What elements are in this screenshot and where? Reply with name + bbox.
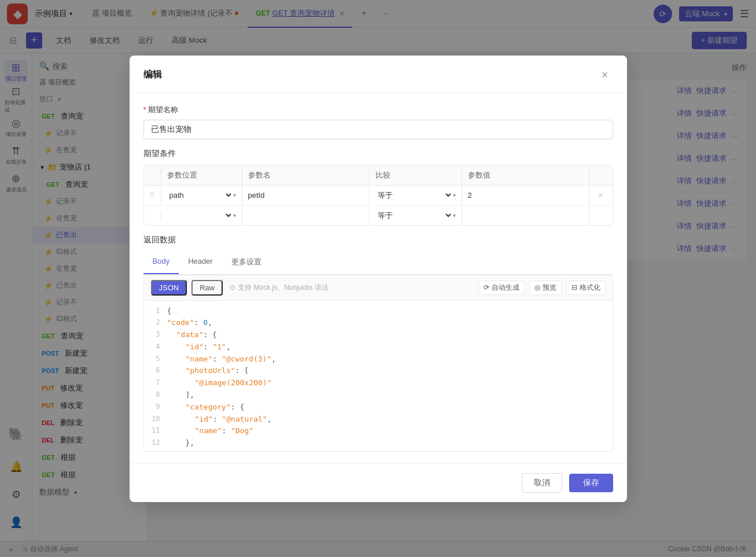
code-line-7: 7 "@image(200x200)" bbox=[144, 377, 613, 389]
tab-header[interactable]: Header bbox=[179, 251, 222, 274]
code-editor[interactable]: 1 { 2 "code": 0, 3 "data": { 4 "id": "1"… bbox=[144, 301, 613, 451]
modal-title: 编辑 bbox=[143, 69, 162, 81]
compare-dropdown-icon-2: ▾ bbox=[453, 212, 456, 219]
compare-col-header: 比较 bbox=[370, 165, 462, 185]
compare-dropdown-icon: ▾ bbox=[453, 192, 456, 198]
format-icon: ⊟ bbox=[571, 283, 577, 292]
modal-footer: 取消 保存 bbox=[130, 463, 627, 502]
position-col-header: 参数位置 bbox=[161, 165, 242, 185]
json-toolbar: JSON Raw ⊙ 支持 Mock.js、Nunjucks 语法 ⟳ 自动生成… bbox=[144, 275, 613, 301]
conditions-header: 参数位置 参数名 比较 参数值 bbox=[144, 165, 613, 186]
return-data-tabs: Body Header 更多设置 bbox=[143, 251, 613, 275]
position-cell-1: path query body header ▾ bbox=[161, 186, 242, 205]
conditions-section-title: 期望条件 bbox=[143, 149, 613, 159]
compare-select-2[interactable]: 等于 不等于 bbox=[375, 211, 453, 220]
auto-gen-icon: ⟳ bbox=[484, 283, 489, 292]
position-select-2[interactable]: path query bbox=[167, 211, 233, 220]
code-line-11: 11 "name": "Dog" bbox=[144, 425, 613, 437]
name-input-1[interactable] bbox=[248, 191, 363, 200]
condition-row-1: ⠿ path query body header ▾ bbox=[144, 186, 613, 206]
position-select-1[interactable]: path query body header bbox=[167, 190, 233, 200]
condition-row-2: path query ▾ 等于 不等于 ▾ bbox=[144, 206, 613, 225]
raw-btn[interactable]: Raw bbox=[191, 280, 223, 296]
drag-handle-2[interactable] bbox=[144, 211, 161, 220]
preview-btn[interactable]: ◎ 预览 bbox=[529, 281, 562, 295]
modal-close-btn[interactable]: × bbox=[597, 67, 613, 83]
drag-handle[interactable]: ⠿ bbox=[144, 186, 161, 204]
code-line-8: 8 ], bbox=[144, 389, 613, 401]
action-col-header bbox=[589, 165, 613, 185]
json-actions: ⟳ 自动生成 ◎ 预览 ⊟ 格式化 bbox=[478, 281, 606, 295]
mock-hint: ⊙ 支持 Mock.js、Nunjucks 语法 bbox=[230, 283, 329, 293]
hint-icon: ⊙ bbox=[230, 283, 235, 292]
cancel-button[interactable]: 取消 bbox=[522, 473, 562, 493]
position-dropdown-icon: ▾ bbox=[233, 192, 236, 198]
save-button[interactable]: 保存 bbox=[569, 474, 613, 492]
modal-overlay: 编辑 × * 期望名称 期望条件 参数位置 参数名 比较 bbox=[0, 0, 756, 557]
code-line-6: 6 "photoUrls": [ bbox=[144, 365, 613, 377]
code-line-1: 1 { bbox=[144, 305, 613, 318]
delete-condition-1[interactable]: × bbox=[598, 190, 603, 201]
code-line-2: 2 "code": 0, bbox=[144, 317, 613, 329]
action-cell-1: × bbox=[589, 186, 613, 205]
tab-more-settings[interactable]: 更多设置 bbox=[222, 251, 271, 274]
modal-body: * 期望名称 期望条件 参数位置 参数名 比较 参数值 bbox=[130, 93, 627, 463]
name-col-header: 参数名 bbox=[242, 165, 370, 185]
modal-header: 编辑 × bbox=[130, 56, 627, 93]
compare-select-1[interactable]: 等于 不等于 包含 bbox=[375, 190, 453, 200]
conditions-table: 参数位置 参数名 比较 参数值 ⠿ path query body header bbox=[143, 165, 613, 226]
value-col-header: 参数值 bbox=[462, 165, 589, 185]
compare-cell-2: 等于 不等于 ▾ bbox=[370, 206, 462, 225]
name-cell-2 bbox=[242, 206, 370, 224]
json-btn[interactable]: JSON bbox=[151, 280, 187, 296]
code-line-5: 5 "name": "@cword(3)", bbox=[144, 353, 613, 366]
value-cell-1 bbox=[462, 186, 589, 204]
name-input-2[interactable] bbox=[248, 211, 363, 220]
value-input-2[interactable] bbox=[468, 211, 583, 220]
return-data-title: 返回数据 bbox=[143, 235, 613, 245]
name-label: * 期望名称 bbox=[143, 105, 613, 115]
position-cell-2: path query ▾ bbox=[161, 206, 242, 225]
value-cell-2 bbox=[462, 206, 589, 224]
code-line-10: 10 "id": "@natural", bbox=[144, 414, 613, 426]
tab-body[interactable]: Body bbox=[143, 251, 179, 274]
code-line-3: 3 "data": { bbox=[144, 329, 613, 341]
edit-modal: 编辑 × * 期望名称 期望条件 参数位置 参数名 比较 bbox=[130, 56, 627, 502]
drag-col-header bbox=[144, 165, 161, 185]
auto-generate-btn[interactable]: ⟳ 自动生成 bbox=[478, 281, 525, 295]
code-line-13: 13 "tags": [ bbox=[144, 449, 613, 451]
required-marker: * bbox=[143, 105, 146, 114]
format-btn[interactable]: ⊟ 格式化 bbox=[566, 281, 606, 295]
name-field-group: * 期望名称 bbox=[143, 105, 613, 139]
position-dropdown-icon-2: ▾ bbox=[233, 212, 236, 219]
name-input[interactable] bbox=[143, 120, 613, 139]
action-cell-2 bbox=[589, 211, 613, 220]
json-editor-container: JSON Raw ⊙ 支持 Mock.js、Nunjucks 语法 ⟳ 自动生成… bbox=[143, 275, 613, 452]
name-cell-1 bbox=[242, 186, 370, 204]
code-line-12: 12 }, bbox=[144, 437, 613, 449]
code-line-9: 9 "category": { bbox=[144, 401, 613, 414]
value-input-1[interactable] bbox=[468, 191, 583, 200]
code-line-4: 4 "id": "1", bbox=[144, 341, 613, 353]
preview-icon: ◎ bbox=[534, 283, 540, 292]
compare-cell-1: 等于 不等于 包含 ▾ bbox=[370, 186, 462, 205]
